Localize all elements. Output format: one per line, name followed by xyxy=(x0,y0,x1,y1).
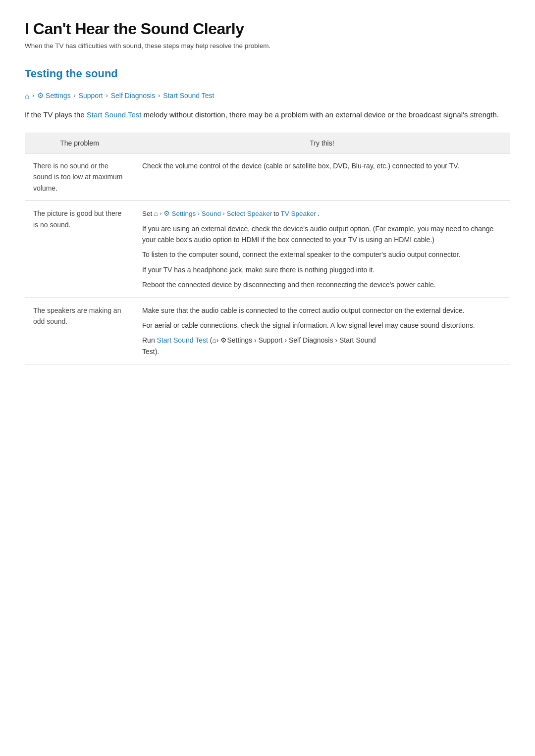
chevron-icon: › xyxy=(32,92,34,99)
solution-para-3c: Run Start Sound Test (⌂› ⚙Settings › Sup… xyxy=(142,335,502,357)
set-label: Set xyxy=(142,208,152,219)
intro-text-before: If the TV plays the xyxy=(25,110,87,119)
solution-para-2d: Reboot the connected device by disconnec… xyxy=(142,279,502,290)
run-label: Run xyxy=(142,336,157,344)
intro-start-sound-test-link[interactable]: Start Sound Test xyxy=(87,110,142,119)
section-title: Testing the sound xyxy=(25,67,510,80)
col-problem-header: The problem xyxy=(25,133,134,153)
solution-para-2c: If your TV has a headphone jack, make su… xyxy=(142,264,502,275)
table-header-row: The problem Try this! xyxy=(25,133,510,153)
troubleshoot-table: The problem Try this! There is no sound … xyxy=(25,133,510,364)
tv-speaker-link[interactable]: TV Speaker xyxy=(280,208,316,219)
start-sound-link-3[interactable]: Start Sound xyxy=(339,336,376,344)
self-diagnosis-link-3[interactable]: Self Diagnosis xyxy=(289,336,333,344)
chevron-icon: › xyxy=(198,209,200,218)
sound-link[interactable]: Sound xyxy=(202,208,221,219)
gear-icon: ⚙ xyxy=(163,208,170,219)
table-row: The speakers are making an odd sound. Ma… xyxy=(25,298,510,364)
solution-para-3a: Make sure that the audio cable is connec… xyxy=(142,305,502,316)
col-solution-header: Try this! xyxy=(134,133,510,153)
solution-para-2b: To listen to the computer sound, connect… xyxy=(142,249,502,260)
chevron-icon: › xyxy=(223,209,225,218)
to-label: to xyxy=(273,208,279,219)
period: . xyxy=(318,208,320,219)
solution-breadcrumb-2: Set ⌂ › ⚙ Settings › Sound › Select Spea… xyxy=(142,208,502,219)
chevron-icon: › xyxy=(283,336,289,344)
select-speaker-link[interactable]: Select Speaker xyxy=(227,208,272,219)
page-title: I Can't Hear the Sound Clearly xyxy=(25,20,510,38)
breadcrumb-start-sound-test[interactable]: Start Sound Test xyxy=(163,92,214,100)
problem-cell-1: There is no sound or the sound is too lo… xyxy=(25,153,134,201)
breadcrumb: ⌂ › ⚙ Settings › Support › Self Diagnosi… xyxy=(25,91,510,100)
home-icon: ⌂ xyxy=(212,336,216,344)
gear-icon: ⚙ xyxy=(220,336,227,344)
solution-para-3b: For aerial or cable connections, check t… xyxy=(142,320,502,331)
intro-text-after: melody without distortion, there may be … xyxy=(141,110,499,119)
chevron-icon: › xyxy=(74,92,76,99)
gear-icon: ⚙ xyxy=(37,91,44,100)
chevron-icon: › xyxy=(106,92,108,99)
problem-cell-3: The speakers are making an odd sound. xyxy=(25,298,134,364)
chevron-icon: › xyxy=(160,209,162,218)
home-icon: ⌂ xyxy=(25,92,29,100)
solution-para-2a: If you are using an external device, che… xyxy=(142,223,502,246)
breadcrumb-settings[interactable]: Settings xyxy=(46,92,71,100)
table-row: The picture is good but there is no soun… xyxy=(25,201,510,298)
solution-text-1: Check the volume control of the device (… xyxy=(142,160,502,171)
home-icon: ⌂ xyxy=(154,208,158,219)
support-link-3[interactable]: Support xyxy=(258,336,282,344)
problem-cell-2: The picture is good but there is no soun… xyxy=(25,201,134,298)
test-end: Test). xyxy=(142,348,159,355)
breadcrumb-self-diagnosis[interactable]: Self Diagnosis xyxy=(111,92,156,100)
solution-cell-3: Make sure that the audio cable is connec… xyxy=(134,298,510,364)
table-row: There is no sound or the sound is too lo… xyxy=(25,153,510,201)
breadcrumb-support[interactable]: Support xyxy=(79,92,103,100)
settings-link[interactable]: Settings xyxy=(171,208,196,219)
start-sound-test-link-3[interactable]: Start Sound Test xyxy=(157,336,208,344)
chevron-icon: › xyxy=(216,336,219,344)
settings-link-3[interactable]: Settings xyxy=(227,336,252,344)
chevron-icon: › xyxy=(252,336,258,344)
solution-cell-1: Check the volume control of the device (… xyxy=(134,153,510,201)
chevron-icon: › xyxy=(333,336,339,344)
page-subtitle: When the TV has difficulties with sound,… xyxy=(25,42,510,50)
chevron-icon: › xyxy=(158,92,160,99)
solution-cell-2: Set ⌂ › ⚙ Settings › Sound › Select Spea… xyxy=(134,201,510,298)
intro-paragraph: If the TV plays the Start Sound Test mel… xyxy=(25,109,510,121)
